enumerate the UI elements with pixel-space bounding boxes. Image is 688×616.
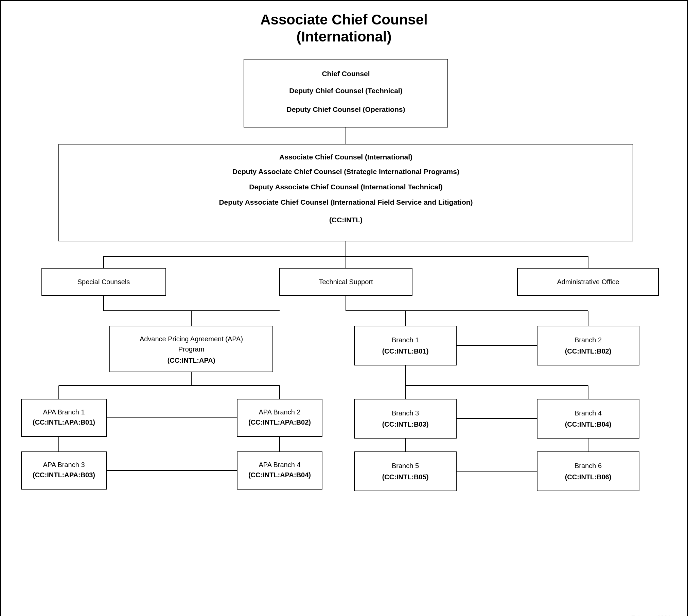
svg-text:Branch 5: Branch 5 <box>392 462 419 469</box>
org-chart-svg: Chief Counsel Deputy Chief Counsel (Tech… <box>15 56 677 616</box>
svg-rect-69 <box>354 452 456 491</box>
svg-text:(CC:INTL:B02): (CC:INTL:B02) <box>565 347 612 355</box>
svg-text:(CC:INTL:APA:B01): (CC:INTL:APA:B01) <box>33 418 95 426</box>
svg-text:APA Branch 2: APA Branch 2 <box>259 408 300 416</box>
svg-text:Deputy Associate Chief Counsel: Deputy Associate Chief Counsel (Strategi… <box>232 168 459 175</box>
svg-text:Branch 6: Branch 6 <box>575 462 602 469</box>
svg-text:(CC:INTL:B06): (CC:INTL:B06) <box>565 473 612 481</box>
svg-text:February 2004: February 2004 <box>631 615 670 616</box>
svg-text:Branch 2: Branch 2 <box>575 336 602 344</box>
svg-text:(CC:INTL:APA:B04): (CC:INTL:APA:B04) <box>248 471 311 479</box>
svg-text:(CC:INTL): (CC:INTL) <box>329 216 363 224</box>
svg-text:Deputy Associate Chief Counsel: Deputy Associate Chief Counsel (Internat… <box>219 198 473 206</box>
svg-rect-36 <box>537 326 639 365</box>
svg-text:Deputy Associate Chief Counsel: Deputy Associate Chief Counsel (Internat… <box>249 183 442 191</box>
svg-text:(CC:INTL:B04): (CC:INTL:B04) <box>565 421 612 428</box>
svg-rect-72 <box>537 452 639 491</box>
svg-text:Technical Support: Technical Support <box>319 278 373 286</box>
page-title: Associate Chief Counsel (International) <box>15 11 673 46</box>
svg-text:(CC:INTL:APA): (CC:INTL:APA) <box>167 357 215 364</box>
svg-text:(CC:INTL:APA:B02): (CC:INTL:APA:B02) <box>248 418 311 426</box>
svg-text:(CC:INTL:B01): (CC:INTL:B01) <box>382 347 429 355</box>
svg-text:(CC:INTL:B03): (CC:INTL:B03) <box>382 421 429 428</box>
svg-text:(CC:INTL:B05): (CC:INTL:B05) <box>382 473 429 481</box>
svg-text:Deputy Chief Counsel (Operatio: Deputy Chief Counsel (Operations) <box>287 105 405 113</box>
svg-text:Branch 4: Branch 4 <box>575 409 602 417</box>
svg-text:Deputy Chief Counsel (Technica: Deputy Chief Counsel (Technical) <box>289 87 402 95</box>
svg-rect-61 <box>354 399 456 438</box>
svg-rect-33 <box>354 326 456 365</box>
svg-text:Branch 1: Branch 1 <box>392 336 419 344</box>
svg-text:APA Branch 1: APA Branch 1 <box>43 408 85 416</box>
svg-text:APA Branch 4: APA Branch 4 <box>259 461 300 468</box>
svg-rect-43 <box>21 399 106 437</box>
svg-text:Advance Pricing Agreement  (AP: Advance Pricing Agreement (APA) <box>140 335 243 343</box>
svg-text:Program: Program <box>178 345 205 353</box>
svg-rect-46 <box>237 399 322 437</box>
org-chart: Chief Counsel Deputy Chief Counsel (Tech… <box>15 56 673 616</box>
svg-text:Associate Chief Counsel (Inter: Associate Chief Counsel (International) <box>279 153 412 161</box>
svg-rect-64 <box>537 399 639 438</box>
svg-text:Administrative Office: Administrative Office <box>557 278 619 286</box>
svg-rect-54 <box>237 452 322 489</box>
svg-text:Chief Counsel: Chief Counsel <box>322 70 370 78</box>
svg-text:(CC:INTL:APA:B03): (CC:INTL:APA:B03) <box>33 471 95 479</box>
svg-text:Branch 3: Branch 3 <box>392 409 419 417</box>
svg-rect-51 <box>21 452 106 489</box>
svg-text:Special Counsels: Special Counsels <box>77 278 130 286</box>
svg-text:APA Branch 3: APA Branch 3 <box>43 461 85 468</box>
